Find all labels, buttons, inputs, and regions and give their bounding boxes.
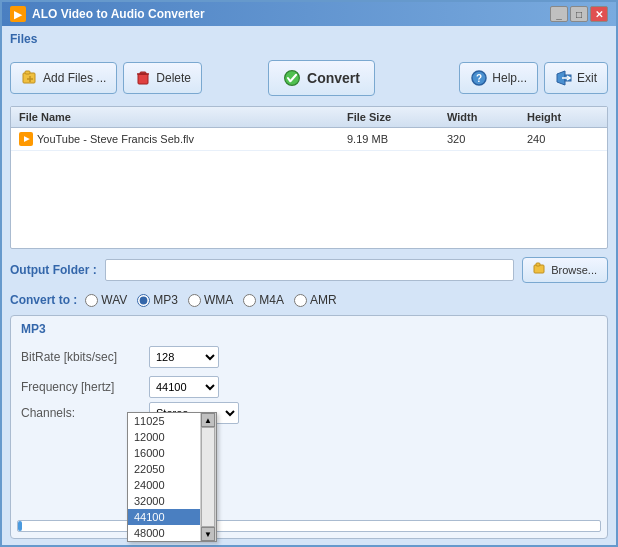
radio-wav[interactable]: WAV <box>85 293 127 307</box>
files-section-label: Files <box>10 32 608 46</box>
bitrate-label: BitRate [kbits/sec] <box>21 350 141 364</box>
files-table-header: File Name File Size Width Height <box>11 107 607 128</box>
delete-icon <box>134 69 152 87</box>
frequency-dropdown-overlay[interactable]: 11025 12000 16000 22050 24000 32000 4410… <box>127 412 217 542</box>
title-bar-left: ▶ ALO Video to Audio Converter <box>10 6 205 22</box>
convert-button[interactable]: Convert <box>268 60 375 96</box>
window-controls: _ □ ✕ <box>550 6 608 22</box>
help-button[interactable]: ? Help... <box>459 62 538 94</box>
output-folder-input[interactable] <box>105 259 514 281</box>
window-title: ALO Video to Audio Converter <box>32 7 205 21</box>
add-files-label: Add Files ... <box>43 71 106 85</box>
browse-icon <box>533 262 547 278</box>
file-icon: ▶ <box>19 132 33 146</box>
title-bar: ▶ ALO Video to Audio Converter _ □ ✕ <box>2 2 616 26</box>
main-window: ▶ ALO Video to Audio Converter _ □ ✕ Fil… <box>0 0 618 547</box>
dropdown-scrollbar[interactable]: ▲ ▼ <box>200 413 216 541</box>
radio-wma[interactable]: WMA <box>188 293 233 307</box>
files-table-body: ▶ YouTube - Steve Francis Seb.flv 9.19 M… <box>11 128 607 248</box>
progress-fill <box>18 521 22 531</box>
files-table: File Name File Size Width Height ▶ YouTu… <box>10 106 608 249</box>
convert-icon <box>283 69 301 87</box>
help-icon: ? <box>470 69 488 87</box>
toolbar: Add Files ... Delete <box>10 56 608 100</box>
table-row[interactable]: ▶ YouTube - Steve Francis Seb.flv 9.19 M… <box>11 128 607 151</box>
cell-filesize: 9.19 MB <box>343 130 443 148</box>
frequency-label: Frequency [hertz] <box>21 380 141 394</box>
delete-button[interactable]: Delete <box>123 62 202 94</box>
app-icon: ▶ <box>10 6 26 22</box>
radio-amr[interactable]: AMR <box>294 293 337 307</box>
minimize-button[interactable]: _ <box>550 6 568 22</box>
frequency-row: Frequency [hertz] 11025 12000 16000 2205… <box>21 376 597 398</box>
convert-label: Convert <box>307 70 360 86</box>
scroll-down-button[interactable]: ▼ <box>201 527 215 541</box>
convert-to-label: Convert to : <box>10 293 77 307</box>
col-width: Width <box>443 109 523 125</box>
cell-width: 320 <box>443 130 523 148</box>
channels-label: Channels: <box>21 406 141 420</box>
col-height: Height <box>523 109 603 125</box>
col-filesize: File Size <box>343 109 443 125</box>
browse-label: Browse... <box>551 264 597 276</box>
maximize-button[interactable]: □ <box>570 6 588 22</box>
output-folder-label: Output Folder : <box>10 263 97 277</box>
exit-label: Exit <box>577 71 597 85</box>
format-radio-group: WAV MP3 WMA M4A AMR <box>85 293 336 307</box>
close-button[interactable]: ✕ <box>590 6 608 22</box>
radio-m4a[interactable]: M4A <box>243 293 284 307</box>
scrollbar-track <box>201 427 215 527</box>
col-filename: File Name <box>15 109 343 125</box>
exit-button[interactable]: Exit <box>544 62 608 94</box>
mp3-title: MP3 <box>21 322 597 336</box>
radio-mp3[interactable]: MP3 <box>137 293 178 307</box>
bitrate-row: BitRate [kbits/sec] 64 96 128 160 192 25… <box>21 346 597 368</box>
content-area: Files Add Files ... <box>2 26 616 545</box>
bitrate-select[interactable]: 64 96 128 160 192 256 320 <box>149 346 219 368</box>
convert-to-row: Convert to : WAV MP3 WMA M4A <box>10 291 608 309</box>
output-folder-row: Output Folder : Browse... <box>10 255 608 285</box>
svg-rect-1 <box>25 71 30 74</box>
progress-bar <box>17 520 601 532</box>
exit-icon <box>555 69 573 87</box>
cell-height: 240 <box>523 130 603 148</box>
svg-rect-14 <box>536 263 540 266</box>
channels-row: Channels: Mono Stereo <box>21 402 597 424</box>
add-files-button[interactable]: Add Files ... <box>10 62 117 94</box>
add-files-icon <box>21 69 39 87</box>
svg-rect-4 <box>138 74 148 84</box>
svg-text:?: ? <box>476 73 482 84</box>
delete-label: Delete <box>156 71 191 85</box>
help-label: Help... <box>492 71 527 85</box>
help-exit-group: ? Help... Exit <box>459 62 608 94</box>
cell-filename: ▶ YouTube - Steve Francis Seb.flv <box>15 130 343 148</box>
scroll-up-button[interactable]: ▲ <box>201 413 215 427</box>
browse-button[interactable]: Browse... <box>522 257 608 283</box>
mp3-settings-panel: MP3 BitRate [kbits/sec] 64 96 128 160 19… <box>10 315 608 539</box>
frequency-select[interactable]: 11025 12000 16000 22050 24000 32000 4410… <box>149 376 219 398</box>
